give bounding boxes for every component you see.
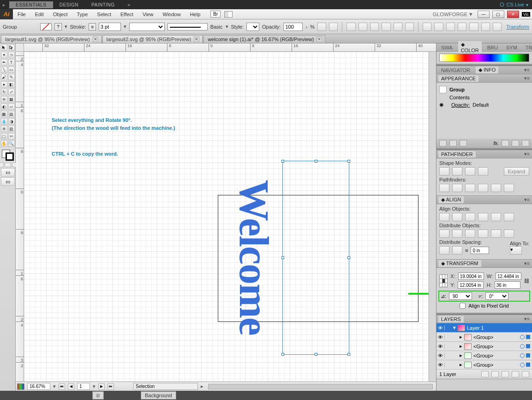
doc-tab-1[interactable]: largesuit1.svg @ 95% (RGB/Preview)✕	[1, 35, 102, 43]
dist-t-icon[interactable]	[439, 230, 449, 238]
free-trans-tool-icon[interactable]: ▦	[8, 96, 15, 103]
align-b-icon[interactable]	[504, 213, 514, 221]
screen-mode-icon[interactable]: ▭	[1, 177, 15, 186]
locate-object-icon[interactable]	[481, 371, 489, 377]
visibility-icon[interactable]: 👁	[436, 334, 445, 340]
doc-tab-2[interactable]: largesuit2.svg @ 95% (RGB/Preview)✕	[102, 35, 203, 43]
close-button[interactable]: ✕	[507, 11, 519, 18]
intersect-icon[interactable]	[465, 167, 475, 176]
ws-painting[interactable]: PAINTING	[85, 1, 121, 8]
dist-vcenter-icon[interactable]	[469, 23, 478, 31]
rotate-tool-icon[interactable]: ↻	[1, 89, 7, 95]
layer-row-group[interactable]: 👁▸<Group>	[436, 333, 532, 342]
align-top-icon[interactable]	[382, 23, 390, 31]
gradient-tool-icon[interactable]: ▤	[8, 111, 15, 117]
layer-row-layer1[interactable]: 👁▾Layer 1	[436, 323, 532, 333]
symbol-spray-tool-icon[interactable]: ✲	[1, 126, 7, 132]
panel-menu-icon[interactable]: ▾≡	[524, 316, 530, 322]
align-left-icon[interactable]	[347, 23, 355, 31]
taskbar-item[interactable]: ⎚	[92, 391, 104, 400]
zoom-input[interactable]	[27, 383, 50, 390]
menu-type[interactable]: Type	[72, 12, 93, 17]
brush-def-dropdown[interactable]	[167, 23, 208, 30]
align-hc-icon[interactable]	[452, 213, 462, 221]
symbols-tab[interactable]: SYM	[503, 44, 520, 51]
transform-icon[interactable]	[493, 23, 502, 31]
ws-design[interactable]: DESIGN	[53, 1, 85, 8]
color-tab[interactable]: ◆ COLOR	[458, 41, 482, 54]
dist-left-icon[interactable]	[423, 23, 431, 31]
minimize-button[interactable]: —	[478, 11, 490, 18]
color-spectrum[interactable]	[439, 54, 529, 62]
dist-vc-icon[interactable]	[452, 230, 462, 238]
align-l-icon[interactable]	[439, 213, 449, 221]
panel-collapse-icon[interactable]: ▸	[0, 2, 9, 7]
menu-select[interactable]: Select	[92, 12, 116, 17]
x-input[interactable]	[458, 273, 484, 280]
expand-button[interactable]: Expand	[504, 167, 529, 176]
eraser-tool-icon[interactable]: ◧	[8, 81, 15, 88]
gradient-mode-icon[interactable]	[5, 163, 11, 167]
selection-tool-icon[interactable]	[1, 44, 7, 51]
spacing-input[interactable]	[471, 247, 489, 254]
line-tool-icon[interactable]: ╲	[1, 67, 7, 73]
outline-icon[interactable]	[491, 184, 501, 192]
navigator-tab[interactable]: NAVIGATOR	[438, 67, 473, 73]
menu-file[interactable]: File	[13, 12, 30, 17]
scale-tool-icon[interactable]: ⤢	[8, 89, 15, 95]
workspace-name[interactable]: GLOWFORGE ▾	[433, 11, 475, 18]
mesh-tool-icon[interactable]: ▦	[1, 111, 7, 117]
transform-link[interactable]: Transform	[506, 24, 529, 30]
align-to-dropdown[interactable]: ▾	[510, 246, 522, 255]
minus-front-icon[interactable]	[452, 167, 462, 176]
align-vcenter-icon[interactable]	[394, 23, 402, 31]
dist-vspace-icon[interactable]	[439, 246, 449, 255]
align-right-icon[interactable]	[370, 23, 379, 31]
fill-undefined-icon[interactable]: ?	[54, 23, 61, 30]
artboard-tool-icon[interactable]: ▢	[1, 133, 7, 139]
rect-tool-icon[interactable]: ▭	[8, 67, 15, 73]
width-tool-icon[interactable]: ≋	[1, 96, 7, 103]
panel-menu-icon[interactable]: ▾≡	[524, 67, 530, 73]
blend-tool-icon[interactable]: ◑	[8, 118, 15, 125]
welcome-script-text[interactable]: Welcome	[230, 151, 278, 364]
slice-tool-icon[interactable]: ✂	[8, 133, 15, 139]
graphic-style-dropdown[interactable]	[246, 23, 259, 31]
menu-help[interactable]: Help	[185, 12, 205, 17]
new-art-toggle-icon[interactable]	[439, 140, 447, 146]
menu-object[interactable]: Object	[48, 12, 72, 17]
opacity-input[interactable]	[283, 23, 303, 31]
layer-row-group[interactable]: 👁▸<Group>	[436, 342, 532, 351]
dup-icon[interactable]	[512, 140, 519, 146]
first-page-icon[interactable]: ⏮	[59, 383, 65, 390]
divide-icon[interactable]	[439, 184, 449, 192]
dist-hcenter-icon[interactable]	[434, 23, 443, 31]
info-tab[interactable]: ◆ INFO	[476, 67, 498, 73]
visibility-icon[interactable]: 👁	[436, 362, 445, 368]
swatches-tab[interactable]: SWA	[438, 44, 455, 51]
align-hcenter-icon[interactable]	[359, 23, 367, 31]
align-tab[interactable]: ◆ ALIGN	[438, 196, 464, 203]
dist-r-icon[interactable]	[504, 230, 514, 238]
close-tab-icon[interactable]: ✕	[194, 36, 199, 42]
menu-window[interactable]: Window	[158, 12, 185, 17]
crop-icon[interactable]	[478, 184, 488, 192]
brush-tool-icon[interactable]: 🖌	[1, 74, 7, 80]
bridge-button[interactable]: Br	[210, 11, 221, 18]
layers-tab[interactable]: LAYERS	[438, 316, 464, 322]
eyedropper-tool-icon[interactable]: 💧	[1, 118, 7, 125]
new-sublayer-icon[interactable]	[502, 371, 509, 377]
draw-normal-icon[interactable]: ▭	[1, 168, 15, 176]
menu-effect[interactable]: Effect	[116, 12, 138, 17]
dist-hspace-icon[interactable]	[452, 246, 462, 255]
ws-essentials[interactable]: ESSENTIALS	[9, 1, 53, 8]
canvas[interactable]: Select everything and Rotate 90°. (The d…	[24, 52, 429, 382]
panel-menu-icon[interactable]: ▾≡	[524, 75, 530, 81]
var-width-profile[interactable]	[129, 23, 165, 31]
trai-tab[interactable]: TRAI	[523, 44, 532, 51]
dist-hc-icon[interactable]	[491, 230, 501, 238]
shape-builder-tool-icon[interactable]: ◐	[1, 103, 7, 110]
arrange-docs-button[interactable]	[224, 11, 233, 18]
vertical-scrollbar[interactable]	[429, 52, 436, 382]
type-tool-icon[interactable]: T	[8, 59, 15, 66]
